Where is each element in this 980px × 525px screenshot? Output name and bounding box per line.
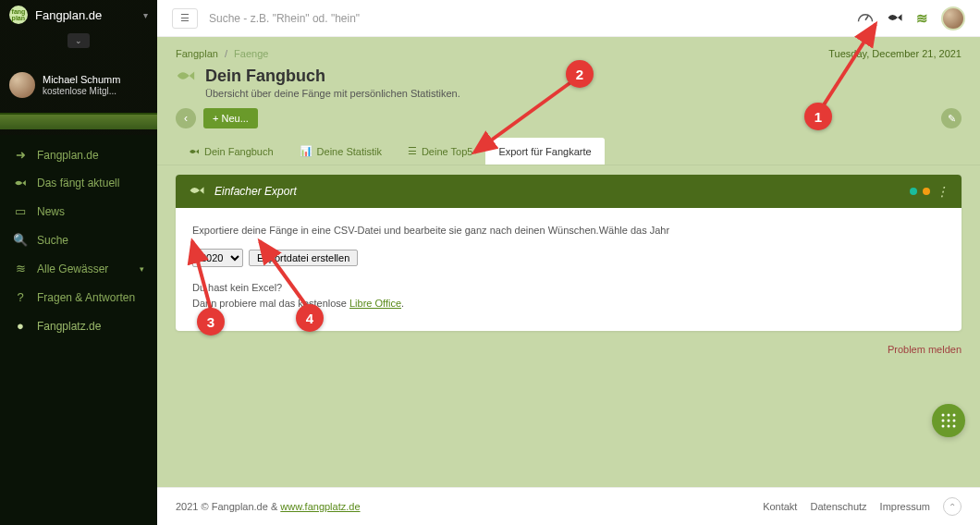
- search-icon: 🔍: [13, 233, 28, 247]
- svg-point-3: [953, 414, 956, 417]
- fish-icon: [176, 68, 196, 88]
- svg-line-12: [192, 241, 211, 310]
- chevron-down-icon[interactable]: ▾: [143, 10, 148, 20]
- annotation-arrow-1: [818, 18, 892, 111]
- panel-title: Einfacher Export: [214, 185, 297, 198]
- nav-label: News: [37, 205, 65, 218]
- question-icon: ?: [13, 290, 28, 304]
- footer-link-impressum[interactable]: Impressum: [880, 501, 930, 512]
- svg-line-13: [260, 241, 308, 308]
- report-problem-link[interactable]: Problem melden: [888, 344, 962, 355]
- arrow-right-icon: ➜: [13, 148, 28, 162]
- hint-text: .: [401, 298, 404, 309]
- chevron-down-icon: ▾: [140, 264, 144, 274]
- nav-label: Fangplatz.de: [37, 320, 101, 333]
- svg-point-9: [953, 425, 956, 428]
- sidebar: fangplan Fangplan.de ▾ ⌄ Michael Schumm …: [0, 0, 157, 525]
- svg-line-11: [474, 79, 576, 153]
- more-icon[interactable]: ⋮: [936, 184, 949, 199]
- svg-point-1: [942, 414, 945, 417]
- brand-logo-icon: fangplan: [9, 6, 28, 24]
- tab-label: Dein Fangbuch: [204, 146, 274, 157]
- user-name: Michael Schumm: [43, 74, 120, 86]
- nav-fangplatz[interactable]: ●Fangplatz.de: [0, 311, 157, 340]
- fish-icon: [13, 178, 28, 188]
- brand[interactable]: fangplan Fangplan.de ▾: [0, 0, 157, 30]
- svg-point-7: [942, 425, 945, 428]
- content-area: Fangplan / Faenge Tuesday, December 21, …: [157, 37, 980, 487]
- svg-point-6: [953, 420, 956, 422]
- edit-button[interactable]: ✎: [941, 108, 962, 128]
- status-dot-icon: [910, 188, 917, 195]
- svg-line-10: [823, 24, 876, 106]
- decorative-grass: [0, 113, 157, 129]
- footer-left: 2021 © Fangplan.de & www.fangplatz.de: [176, 501, 361, 512]
- page-title: Dein Fangbuch: [205, 67, 460, 86]
- search-input[interactable]: Suche - z.B. "Rhein" od. "hein": [209, 12, 857, 25]
- crumb-leaf: Faenge: [234, 48, 268, 59]
- footer-link-kontakt[interactable]: Kontakt: [763, 501, 797, 512]
- svg-point-4: [942, 420, 945, 422]
- annotation-arrow-2: [467, 74, 587, 166]
- annotation-marker-4: 4: [296, 304, 324, 332]
- svg-point-2: [948, 414, 950, 417]
- nav-label: Fragen & Antworten: [37, 291, 135, 304]
- list-icon: ☰: [408, 145, 417, 157]
- page-subtitle: Übersicht über deine Fänge mit persönlic…: [205, 88, 460, 99]
- dot-icon: ●: [13, 319, 28, 333]
- fish-icon: [189, 146, 200, 157]
- scroll-top-button[interactable]: ⌃: [943, 497, 962, 516]
- nav-aktuell[interactable]: Das fängt aktuell: [0, 169, 157, 197]
- nav-label: Alle Gewässer: [37, 262, 108, 275]
- panel-header: Einfacher Export ⋮: [176, 175, 962, 208]
- apps-fab-button[interactable]: [932, 404, 965, 437]
- user-role: kostenlose Mitgl...: [43, 86, 120, 96]
- footer-copy: 2021 © Fangplan.de &: [176, 501, 280, 512]
- user-card[interactable]: Michael Schumm kostenlose Mitgl...: [0, 65, 157, 113]
- user-avatar-button[interactable]: [941, 6, 965, 31]
- chart-icon: 📊: [300, 145, 312, 157]
- nav-label: Suche: [37, 234, 68, 247]
- svg-point-5: [948, 420, 950, 422]
- nav-label: Das fängt aktuell: [37, 177, 119, 189]
- fish-icon: [189, 184, 205, 199]
- sidebar-nav: ➜Fangplan.de Das fängt aktuell ▭News 🔍Su…: [0, 135, 157, 525]
- annotation-marker-2: 2: [566, 60, 594, 88]
- tab-statistik[interactable]: 📊Deine Statistik: [287, 138, 395, 165]
- tab-fangbuch[interactable]: Dein Fangbuch: [176, 138, 287, 165]
- hamburger-button[interactable]: ☰: [172, 8, 198, 29]
- crumb-root[interactable]: Fangplan: [176, 48, 218, 59]
- nav-gewaesser[interactable]: ≋Alle Gewässer▾: [0, 254, 157, 283]
- main: ☰ Suche - z.B. "Rhein" od. "hein" ≋ Fang…: [157, 0, 980, 525]
- problem-row: Problem melden: [157, 331, 980, 357]
- crumb-sep: /: [225, 48, 227, 59]
- brand-name: Fangplan.de: [35, 8, 102, 22]
- annotation-arrow-3: [185, 236, 222, 314]
- svg-point-8: [948, 425, 950, 428]
- avatar: [9, 72, 35, 98]
- annotation-arrow-4: [254, 236, 319, 314]
- nav-fragen[interactable]: ?Fragen & Antworten: [0, 283, 157, 311]
- back-button[interactable]: ‹: [176, 108, 196, 128]
- footer-link-datenschutz[interactable]: Datenschutz: [810, 501, 866, 512]
- libreoffice-link[interactable]: Libre Office: [349, 298, 401, 309]
- annotation-marker-3: 3: [197, 308, 225, 336]
- waves-icon: ≋: [13, 262, 28, 275]
- tab-label: Deine Statistik: [317, 146, 382, 157]
- annotation-marker-1: 1: [804, 103, 832, 130]
- breadcrumb: Fangplan / Faenge: [176, 48, 268, 59]
- new-button[interactable]: + Neu...: [203, 108, 258, 128]
- nav-label: Fangplan.de: [37, 149, 99, 162]
- news-icon: ▭: [13, 204, 28, 218]
- nav-suche[interactable]: 🔍Suche: [0, 226, 157, 254]
- status-dot-icon: [923, 188, 930, 195]
- nav-fangplan[interactable]: ➜Fangplan.de: [0, 140, 157, 169]
- footer-link-fangplatz[interactable]: www.fangplatz.de: [280, 501, 360, 512]
- tab-label: Deine Top5: [422, 146, 472, 157]
- waves-icon[interactable]: ≋: [916, 10, 928, 27]
- collapse-sidebar-button[interactable]: ⌄: [67, 33, 90, 48]
- footer: 2021 © Fangplan.de & www.fangplatz.de Ko…: [157, 487, 980, 525]
- nav-news[interactable]: ▭News: [0, 197, 157, 226]
